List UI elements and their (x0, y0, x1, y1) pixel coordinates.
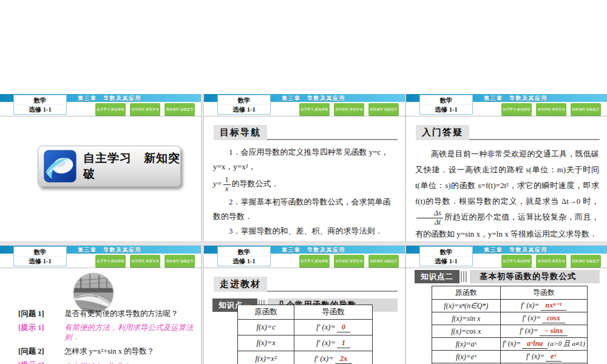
slide-header: 第三章 导数及其应用 数学 选修 1-1 自主学习 新知突破 合作探究 课堂互动… (0, 94, 201, 117)
nav-buttons: 自主学习 新知突破 合作探究 课堂互动 高效测评 知能提升 (299, 255, 399, 267)
answer-blank: 0 (337, 323, 350, 332)
nav-button-assessment[interactable]: 高效测评 知能提升 (164, 255, 195, 267)
question-2-label: [问题 2] (18, 346, 55, 356)
nav-buttons: 自主学习 新知突破 合作探究 课堂互动 高效测评 知能提升 (501, 103, 601, 115)
slide-thumbnail-3[interactable]: 第三章 导数及其应用 数学 选修 1-1 自主学习 新知突破 合作探究 课堂互动… (406, 94, 607, 241)
subject-label: 数学 (14, 247, 66, 257)
nav-button-assessment[interactable]: 高效测评 知能提升 (368, 103, 399, 115)
section-title: 走进教材 (214, 277, 267, 292)
slide-thumbnail-4[interactable]: 第三章 导数及其应用 数学 选修 1-1 自主学习 新知突破 合作探究 课堂互动… (0, 246, 201, 364)
subject-label: 数学 (420, 247, 472, 257)
table-row: f(x)=eˣ f′ (x)=eˣ (432, 351, 588, 363)
table-header-row: 原函数 导函数 (238, 305, 373, 320)
subject-box: 数学 选修 1-1 (217, 95, 271, 115)
edition-label: 选修 1-1 (14, 105, 66, 114)
subject-label: 数学 (14, 95, 66, 105)
subject-box: 数学 选修 1-1 (13, 95, 67, 115)
header-divider (0, 116, 201, 116)
header-divider (204, 268, 405, 268)
nav-button-self-study[interactable]: 自主学习 新知突破 (299, 255, 330, 267)
subject-box: 数学 选修 1-1 (13, 246, 67, 266)
table-row: f(x)=c f′ (x)=0 (238, 320, 373, 335)
nav-button-cooperative[interactable]: 合作探究 课堂互动 (536, 103, 566, 115)
chapter-title: 第三章 导数及其应用 (484, 246, 548, 254)
header-divider (406, 116, 607, 116)
goal-list: 1．会应用导数的定义推导四种常见函数 y=c，y=x，y=x²， y=1x的导数… (213, 145, 397, 241)
question-hint-list: [问题 1] 是否有更简便的求导数的方法呢？ [提示 1] 有简便的方法，利用求… (18, 309, 196, 364)
knowledge-point-bar: 知识点二 基本初等函数的导数公式 (415, 270, 600, 283)
edition-label: 选修 1-1 (218, 257, 270, 266)
nav-buttons: 自主学习 新知突破 合作探究 课堂互动 高效测评 知能提升 (299, 103, 399, 115)
hint-2-row: [提示 2] y′=(x²)′+(sin x)′=2x+cos x． (18, 360, 196, 364)
hint-1-label: [提示 1] (18, 323, 55, 342)
edition-label: 选修 1-1 (420, 257, 472, 266)
slide-header: 第三章 导数及其应用 数学 选修 1-1 自主学习 新知突破 合作探究 课堂互动… (406, 246, 607, 269)
title-banner: 自主学习 新知突破 (38, 146, 181, 187)
knowledge-point-badge: 知识点二 (415, 270, 459, 283)
nav-button-self-study[interactable]: 自主学习 新知突破 (95, 103, 126, 115)
nav-button-cooperative[interactable]: 合作探究 课堂互动 (130, 255, 160, 267)
slide-thumbnail-5[interactable]: 第三章 导数及其应用 数学 选修 1-1 自主学习 新知突破 合作探究 课堂互动… (204, 246, 405, 364)
table-row: f(x)=cos x f′ (x)=− sinx (432, 325, 588, 338)
slide-thumbnail-1[interactable]: 第三章 导数及其应用 数学 选修 1-1 自主学习 新知突破 合作探究 课堂互动… (0, 94, 201, 241)
slide-thumbnail-2[interactable]: 第三章 导数及其应用 数学 选修 1-1 自主学习 新知突破 合作探究 课堂互动… (204, 94, 405, 241)
answer-blank: cosx (542, 314, 565, 323)
col-original: 原函数 (238, 305, 294, 320)
subject-box: 数学 选修 1-1 (217, 246, 271, 266)
section-title: 目标导航 (214, 125, 267, 140)
edition-label: 选修 1-1 (218, 105, 270, 114)
subject-label: 数学 (218, 247, 270, 257)
nav-button-assessment[interactable]: 高效测评 知能提升 (571, 255, 601, 267)
intro-paragraph: 高铁是目前一种非常受欢迎的交通工具，既低碳又快捷．设一高铁走过的路程 s(单位：… (415, 146, 599, 241)
col-derivative: 导函数 (294, 305, 373, 320)
nav-button-assessment[interactable]: 高效测评 知能提升 (164, 103, 195, 115)
subject-box: 数学 选修 1-1 (419, 246, 473, 266)
slide-header: 第三章 导数及其应用 数学 选修 1-1 自主学习 新知突破 合作探究 课堂互动… (0, 246, 201, 269)
question-2-row: [问题 2] 怎样求 y=x²+sin x 的导数？ (18, 346, 196, 356)
header-divider (406, 268, 607, 268)
chapter-title: 第三章 导数及其应用 (78, 246, 141, 254)
nav-button-self-study[interactable]: 自主学习 新知突破 (299, 103, 330, 115)
header-divider (204, 116, 405, 116)
stripes-decoration (461, 271, 467, 282)
table-row: f(x)=x f′ (x)=1 (238, 335, 373, 351)
hint-2-label: [提示 2] (18, 360, 55, 364)
nav-buttons: 自主学习 新知突破 合作探究 课堂互动 高效测评 知能提升 (501, 255, 601, 267)
nav-button-cooperative[interactable]: 合作探究 课堂互动 (536, 255, 566, 267)
nav-button-self-study[interactable]: 自主学习 新知突破 (501, 255, 532, 267)
subject-label: 数学 (420, 95, 472, 105)
question-1-label: [问题 1] (18, 309, 55, 318)
nav-buttons: 自主学习 新知突破 合作探究 课堂互动 高效测评 知能提升 (95, 103, 195, 115)
nav-button-self-study[interactable]: 自主学习 新知突破 (95, 255, 126, 267)
section-title: 入门答疑 (416, 125, 469, 140)
subject-box: 数学 选修 1-1 (419, 95, 473, 115)
knowledge-point-title: 基本初等函数的导数公式 (470, 270, 600, 283)
nav-button-assessment[interactable]: 高效测评 知能提升 (368, 255, 399, 267)
slide-header: 第三章 导数及其应用 数学 选修 1-1 自主学习 新知突破 合作探究 课堂互动… (204, 94, 405, 117)
nav-button-cooperative[interactable]: 合作探究 课堂互动 (334, 255, 364, 267)
goal-item-1: 1．会应用导数的定义推导四种常见函数 y=c，y=x，y=x²， (213, 145, 397, 174)
edition-label: 选修 1-1 (14, 257, 66, 266)
banner-title: 自主学习 新知突破 (83, 150, 180, 182)
slide-header: 第三章 导数及其应用 数学 选修 1-1 自主学习 新知突破 合作探究 课堂互动… (204, 246, 405, 269)
slide-thumbnail-6[interactable]: 第三章 导数及其应用 数学 选修 1-1 自主学习 新知突破 合作探究 课堂互动… (406, 246, 607, 364)
page-canvas: 第三章 导数及其应用 数学 选修 1-1 自主学习 新知突破 合作探究 课堂互动… (0, 0, 607, 364)
chapter-title: 第三章 导数及其应用 (282, 95, 345, 103)
common-derivatives-table: 原函数 导函数 f(x)=c f′ (x)=0 f(x)=x f′ (x)=1 … (237, 305, 373, 364)
question-1-row: [问题 1] 是否有更简便的求导数的方法呢？ (18, 309, 196, 318)
nav-button-self-study[interactable]: 自主学习 新知突破 (501, 103, 532, 115)
nav-buttons: 自主学习 新知突破 合作探究 课堂互动 高效测评 知能提升 (95, 255, 195, 267)
chapter-title: 第三章 导数及其应用 (282, 246, 345, 254)
goal-item-2: 2．掌握基本初等函数的导数公式，会求简单函数的导数． (213, 195, 397, 224)
answer-blank: eˣ (546, 352, 561, 362)
table-row: f(x)=aˣ f′ (x)=aˣlna(a>0 且 a≠1) (432, 338, 588, 351)
nav-button-assessment[interactable]: 高效测评 知能提升 (571, 103, 601, 115)
hint-1-row: [提示 1] 有简便的方法，利用求导公式及运算法则． (18, 323, 196, 342)
goal-item-4: 4．会用导数的运算法则解决一些函数的求导问题． (213, 238, 397, 241)
answer-blank: nxⁿ⁻¹ (541, 301, 567, 311)
question-1-text: 是否有更简便的求导数的方法呢？ (64, 309, 178, 318)
nav-button-cooperative[interactable]: 合作探究 课堂互动 (130, 103, 160, 115)
nav-button-cooperative[interactable]: 合作探究 课堂互动 (334, 103, 364, 115)
hint-1-text: 有简便的方法，利用求导公式及运算法则． (64, 323, 196, 342)
table-row: f(x)=x² f′ (x)=2x (238, 351, 373, 364)
